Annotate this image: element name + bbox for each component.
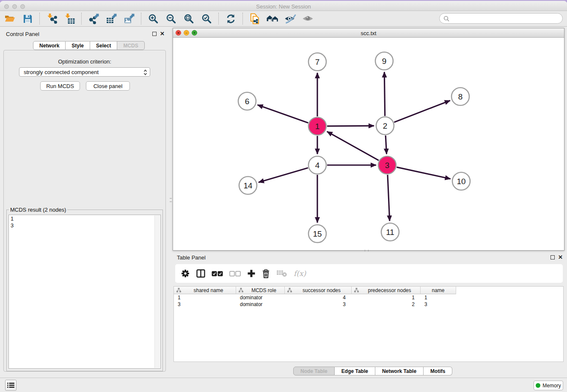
edge-1-6[interactable] (257, 105, 308, 123)
edge-2-8[interactable] (394, 100, 450, 122)
mcds-result-area[interactable]: 13 (8, 215, 161, 369)
status-bar: Memory (0, 378, 567, 392)
edge-2-3[interactable] (385, 135, 386, 154)
network-view-window: ✕ − + scc.txt 1234678910111415 (173, 28, 564, 251)
result-scrollbar[interactable] (154, 215, 160, 368)
run-mcds-button[interactable]: Run MCDS (40, 81, 80, 91)
table-row[interactable]: 3dominator323 (174, 301, 563, 308)
delete-column-icon[interactable] (262, 269, 270, 278)
tab-edge-table[interactable]: Edge Table (335, 367, 375, 375)
node-label: 6 (245, 97, 250, 106)
zoom-in-icon[interactable] (146, 12, 160, 25)
edge-1-2[interactable] (327, 126, 374, 126)
result-line: 3 (11, 222, 160, 229)
node-label: 15 (313, 229, 322, 238)
hide-graphics-details-icon[interactable] (283, 12, 297, 25)
mcds-result-legend: MCDS result (2 nodes) (9, 207, 67, 213)
table-panel: Table Panel ✕ (173, 252, 564, 377)
edge-3-10[interactable] (396, 167, 450, 179)
control-panel-close-icon[interactable]: ✕ (160, 31, 165, 36)
column-header-MCDS-role[interactable]: MCDS role (236, 287, 285, 294)
vertical-splitter-handle[interactable] (170, 198, 172, 202)
table-toolbar: f(x) (175, 264, 563, 283)
table-cell: 3 (285, 301, 352, 308)
search-input[interactable] (452, 15, 562, 22)
zoom-out-icon[interactable] (164, 12, 178, 25)
column-header-shared-name[interactable]: shared name (174, 287, 236, 294)
memory-status-dot (536, 383, 540, 388)
toolbar-separator (39, 13, 40, 25)
export-network-icon[interactable] (86, 12, 101, 25)
function-builder-icon[interactable]: f(x) (294, 269, 306, 278)
tab-network[interactable]: Network (33, 41, 66, 50)
node-label: 14 (243, 181, 253, 190)
delete-table-icon[interactable] (276, 270, 287, 277)
table-cell: 3 (421, 301, 456, 308)
close-panel-button[interactable]: Close panel (86, 81, 130, 91)
criterion-value: strongly connected component (24, 69, 99, 75)
export-image-icon[interactable] (122, 12, 136, 25)
table-row[interactable]: 1dominator411 (174, 294, 563, 301)
column-header-successor-nodes[interactable]: successor nodes (285, 287, 352, 294)
zoom-fit-icon[interactable] (182, 12, 196, 25)
control-panel-title: Control Panel (6, 31, 39, 37)
import-table-icon[interactable] (62, 12, 77, 25)
network-canvas[interactable]: 1234678910111415 (173, 38, 564, 250)
network-document-icon[interactable] (248, 12, 262, 25)
control-panel-float-icon[interactable] (152, 32, 157, 36)
tab-style[interactable]: Style (66, 41, 90, 50)
edge-3-1[interactable] (327, 132, 379, 160)
table-cell: dominator (236, 301, 285, 308)
column-header-predecessor-nodes[interactable]: predecessor nodes (352, 287, 421, 294)
horizontal-splitter-handle[interactable] (365, 250, 369, 251)
deselect-all-columns-icon[interactable] (229, 271, 241, 276)
node-label: 2 (383, 121, 388, 130)
table-settings-icon[interactable] (181, 269, 190, 278)
control-panel-tabs: NetworkStyleSelectMCDS (33, 41, 145, 50)
node-label: 3 (385, 161, 390, 170)
column-header-name[interactable]: name (421, 287, 456, 294)
tab-mcds[interactable]: MCDS (117, 41, 144, 50)
toolbar-separator (141, 13, 141, 25)
memory-button[interactable]: Memory (534, 381, 563, 390)
edge-2-9[interactable] (384, 72, 385, 116)
refresh-styles-icon[interactable] (223, 12, 238, 25)
tab-motifs[interactable]: Motifs (424, 367, 452, 375)
zoom-selected-icon[interactable] (199, 12, 214, 25)
toolbar-separator (242, 13, 243, 25)
search-field[interactable] (439, 13, 563, 24)
export-table-icon[interactable] (104, 12, 118, 25)
network-window-titlebar[interactable]: ✕ − + scc.txt (173, 28, 564, 38)
table-cell: dominator (236, 294, 285, 301)
show-graphics-details-icon[interactable] (301, 12, 315, 25)
table-panel-float-icon[interactable] (550, 255, 555, 259)
fx-label: f(x) (294, 269, 306, 278)
node-label: 11 (386, 228, 394, 237)
table-body: 1dominator4113dominator323 (174, 294, 563, 308)
save-session-icon[interactable] (20, 12, 35, 25)
criterion-dropdown[interactable]: strongly connected component (19, 67, 150, 77)
toolbar-separator (218, 13, 219, 25)
select-all-columns-icon[interactable] (212, 271, 223, 276)
add-column-icon[interactable] (247, 269, 256, 278)
toggle-panel-icon[interactable] (196, 269, 205, 278)
home-views-icon[interactable] (265, 12, 280, 25)
import-network-icon[interactable] (44, 12, 59, 25)
table-browser-tabs: Node TableEdge TableNetwork TableMotifs (293, 367, 452, 375)
open-file-icon[interactable] (3, 12, 17, 25)
mcds-result-values: 13 (9, 215, 160, 229)
table-cell: 2 (352, 301, 421, 308)
mcds-result-box: MCDS result (2 nodes) 13 (6, 210, 163, 371)
node-label: 8 (458, 92, 463, 101)
table-cell: 1 (352, 294, 421, 301)
task-history-button[interactable] (5, 380, 17, 391)
mcds-panel: Optimization criterion: strongly connect… (3, 50, 166, 372)
tab-network-table[interactable]: Network Table (375, 367, 424, 375)
table-panel-close-icon[interactable]: ✕ (558, 255, 563, 259)
table-header-row: shared nameMCDS rolesuccessor nodesprede… (174, 287, 563, 294)
edge-4-14[interactable] (259, 168, 308, 182)
edge-3-11[interactable] (388, 175, 390, 221)
tab-select[interactable]: Select (90, 41, 117, 50)
tab-node-table[interactable]: Node Table (293, 367, 335, 375)
table-cell: 3 (174, 301, 236, 308)
